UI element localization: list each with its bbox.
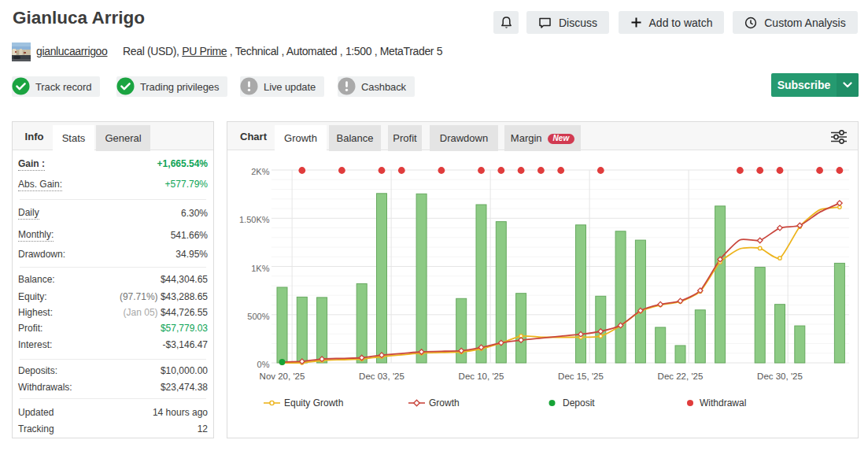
svg-text:Withdrawal: Withdrawal	[700, 397, 746, 408]
svg-text:Nov 20, '25: Nov 20, '25	[260, 372, 305, 381]
svg-text:Dec 30, '25: Dec 30, '25	[757, 372, 803, 381]
svg-text:1.50K%: 1.50K%	[239, 215, 270, 224]
svg-text:Dec 22, '25: Dec 22, '25	[658, 372, 704, 381]
svg-text:Growth: Growth	[429, 397, 460, 408]
svg-text:Dec 10, '25: Dec 10, '25	[459, 372, 504, 381]
svg-text:Dec 15, '25: Dec 15, '25	[558, 372, 604, 381]
svg-text:0%: 0%	[257, 360, 270, 369]
svg-text:Deposit: Deposit	[563, 397, 595, 408]
svg-text:Equity Growth: Equity Growth	[284, 397, 343, 408]
svg-text:1K%: 1K%	[251, 264, 269, 273]
svg-text:500%: 500%	[247, 312, 269, 321]
svg-text:2K%: 2K%	[251, 167, 269, 176]
svg-text:Dec 03, '25: Dec 03, '25	[359, 372, 404, 381]
